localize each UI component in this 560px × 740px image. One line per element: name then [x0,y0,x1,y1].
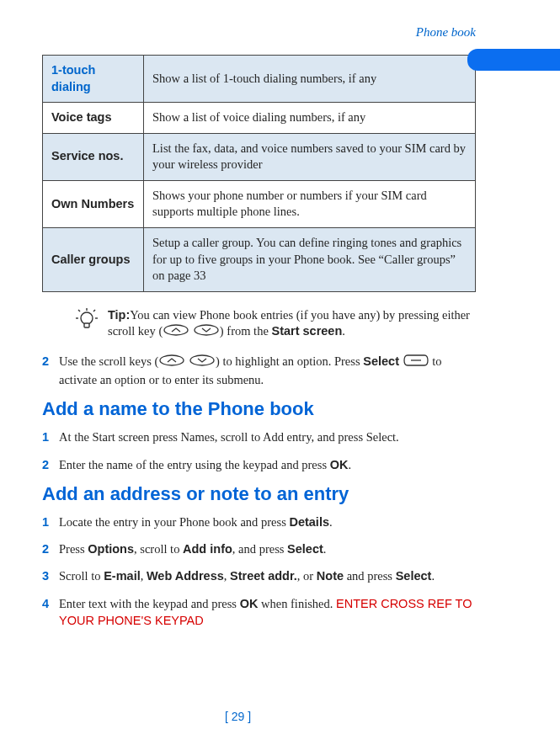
row-label: Own Numbers [43,180,144,227]
text: . [329,515,333,529]
step-number: 2 [42,353,59,389]
text: ) to highlight an option. Press [216,354,363,368]
thumb-tab-marker [467,49,560,71]
feature-table: 1-touch dialing Show a list of 1-touch d… [42,55,476,292]
step-number: 2 [42,456,59,473]
table-row: Caller groups Setup a caller group. You … [43,227,476,291]
svg-rect-1 [84,323,89,327]
scroll-up-key-icon [159,354,184,370]
lightbulb-icon [76,307,98,339]
step-body: Locate the entry in your Phone book and … [59,514,333,530]
table-row: Voice tags Show a list of voice dialing … [43,103,476,134]
step-number: 4 [42,595,59,630]
row-label: 1-touch dialing [43,56,144,103]
text: , and press [232,542,287,556]
ok-label: OK [240,597,259,610]
heading-add-name: Add a name to the Phone book [42,398,476,420]
section-title-text: Phone book [416,25,476,39]
step-body: Enter the name of the entry using the ke… [59,456,351,473]
web-address-label: Web Address [147,569,224,583]
text: Press [59,542,88,556]
select-label: Select [396,569,432,583]
table-row: Own Numbers Shows your phone number or n… [43,180,476,227]
scroll-down-key-icon [194,324,219,341]
text: . [348,458,351,471]
row-text: Shows your phone number or numbers if yo… [144,180,476,227]
row-text: Show a list of voice dialing numbers, if… [144,103,476,134]
text: Scroll to [59,569,104,583]
tip-block: Tip:You can view Phone book entries (if … [42,307,476,341]
tip-text: Tip:You can view Phone book entries (if … [108,307,476,341]
instruction-step: 4 Enter text with the keypad and press O… [42,595,476,630]
row-text: Show a list of 1-touch dialing numbers, … [144,56,476,103]
page-number: [ 29 ] [0,710,476,723]
select-label: Select [287,542,323,556]
tip-label: Tip: [108,308,130,322]
svg-line-6 [93,310,95,311]
instruction-step: 2 Press Options, scroll to Add info, and… [42,540,476,557]
options-label: Options [88,542,134,556]
scroll-up-key-icon [163,324,189,341]
text: Locate the entry in your Phone book and … [59,515,289,529]
svg-point-8 [195,325,218,335]
select-key-icon [403,354,429,371]
select-label: Select [363,354,399,368]
step-number: 3 [42,567,59,584]
text: . [323,542,327,556]
email-label: E-mail [104,569,141,583]
instruction-step: 2 Use the scroll keys ( ) to highlight a… [42,353,476,389]
ok-label: OK [330,458,349,471]
text: Enter text with the keypad and press [59,597,240,610]
row-label: Voice tags [43,103,144,134]
text: , [141,569,147,583]
row-label: Caller groups [43,227,144,291]
svg-line-5 [78,310,80,311]
step-number: 2 [42,540,59,557]
instruction-step: 1 At the Start screen press Names, scrol… [42,429,476,445]
instruction-step: 2 Enter the name of the entry using the … [42,456,476,473]
row-text: Setup a caller group. You can define rin… [144,227,476,291]
row-label: Service nos. [43,133,144,180]
step-body: Enter text with the keypad and press OK … [59,595,476,630]
step-body: At the Start screen press Names, scroll … [59,429,399,445]
text: , or [297,569,317,583]
add-info-label: Add info [183,542,232,556]
step-body: Scroll to E-mail, Web Address, Street ad… [59,567,435,584]
street-addr-label: Street addr. [230,569,297,583]
details-label: Details [289,515,329,529]
scroll-down-key-icon [189,354,215,370]
text: and press [344,569,396,583]
row-text: List the fax, data, and voice numbers sa… [144,133,476,180]
text: , [224,569,230,583]
text: Enter the name of the entry using the ke… [59,458,330,471]
text: , scroll to [134,542,183,556]
step-body: Press Options, scroll to Add info, and p… [59,540,326,557]
start-screen-label: Start screen [271,324,342,338]
section-breadcrumb: Phone book [42,25,476,40]
text: when finished. [258,597,336,610]
text: . [431,569,435,583]
instruction-step: 1 Locate the entry in your Phone book an… [42,514,476,530]
step-body: Use the scroll keys ( ) to highlight an … [59,353,476,389]
table-row: Service nos. List the fax, data, and voi… [43,133,476,180]
heading-add-address: Add an address or note to an entry [42,483,476,505]
step-number: 1 [42,429,59,445]
tip-text-after: . [342,324,345,338]
note-label: Note [317,569,344,583]
svg-point-10 [190,355,214,365]
svg-point-0 [81,312,93,324]
table-row: 1-touch dialing Show a list of 1-touch d… [43,56,476,103]
tip-text-mid: ) from the [220,324,272,338]
instruction-step: 3 Scroll to E-mail, Web Address, Street … [42,567,476,584]
svg-point-9 [160,355,184,365]
step-number: 1 [42,514,59,530]
text: Use the scroll keys ( [59,354,158,368]
svg-point-7 [164,325,188,335]
